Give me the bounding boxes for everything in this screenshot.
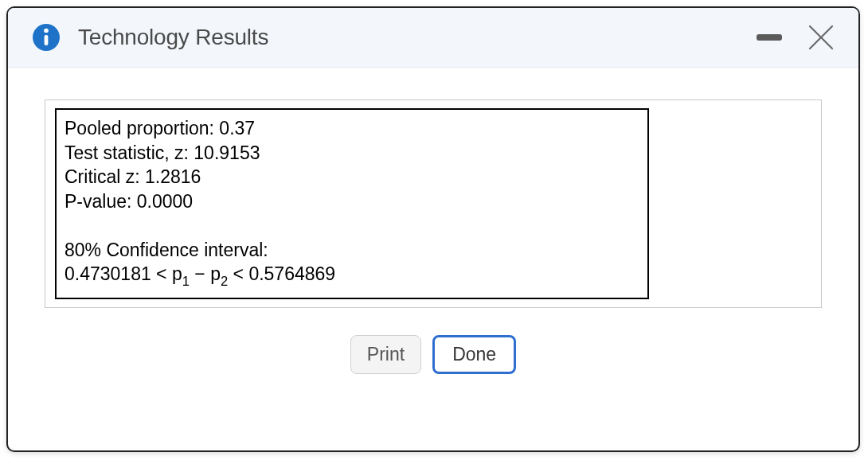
ci-upper: 0.5764869 — [248, 263, 335, 284]
print-button[interactable]: Print — [350, 335, 421, 374]
line-ci-values: 0.4730181 < p1 − p2 < 0.5764869 — [65, 262, 639, 290]
dialog-technology-results: Technology Results Pooled proportion: 0.… — [6, 6, 860, 452]
line-pooled-proportion: Pooled proportion: 0.37 — [65, 116, 639, 141]
close-icon[interactable] — [806, 22, 836, 53]
svg-point-2 — [44, 29, 49, 33]
titlebar: Technology Results — [8, 8, 858, 68]
minimize-icon[interactable] — [757, 34, 782, 41]
svg-rect-1 — [45, 35, 49, 45]
dialog-body: Pooled proportion: 0.37 Test statistic, … — [8, 68, 858, 450]
window-controls — [757, 22, 836, 53]
line-test-statistic: Test statistic, z: 10.9153 — [65, 141, 639, 166]
line-critical-z: Critical z: 1.2816 — [65, 165, 639, 189]
dialog-title: Technology Results — [78, 25, 268, 50]
results-text-box: Pooled proportion: 0.37 Test statistic, … — [55, 108, 649, 299]
line-p-value: P-value: 0.0000 — [65, 189, 639, 214]
info-icon — [32, 23, 61, 52]
button-row: Print Done — [45, 308, 822, 384]
done-button[interactable]: Done — [432, 335, 516, 374]
blank-line — [65, 213, 639, 238]
line-ci-label: 80% Confidence interval: — [65, 238, 639, 263]
ci-lower: 0.4730181 — [65, 263, 151, 284]
results-container: Pooled proportion: 0.37 Test statistic, … — [45, 99, 822, 308]
